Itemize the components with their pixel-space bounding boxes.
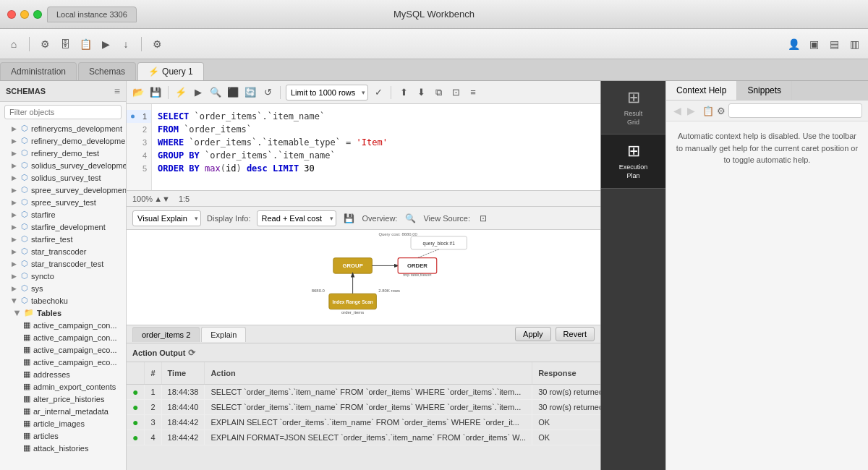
save-icon[interactable]: 💾 [148,85,163,100]
tab-order-items-2[interactable]: order_items 2 [132,327,200,342]
columns-icon[interactable]: ⊡ [448,85,463,100]
query-icon[interactable]: 📋 [77,36,93,52]
svg-text:ORDER: ORDER [407,262,427,269]
minimize-button[interactable] [20,10,29,19]
sidebar-item-starfire-dev[interactable]: ▶ ⬡ starfire_development [0,221,126,233]
close-button[interactable] [7,10,16,19]
filter-input[interactable] [4,105,122,119]
explain-section: Visual Explain Display Info: Read + Eval… [127,207,600,343]
result-grid-tab[interactable]: ⊞ ResultGrid [601,81,665,134]
sidebar-item-active-campaign-1[interactable]: ▦ active_campaign_con... [0,319,126,331]
sidebar-item-starfire[interactable]: ▶ ⬡ starfire [0,208,126,221]
window-controls[interactable] [7,10,42,19]
arrow-icon: ▶ [12,162,17,169]
open-file-icon[interactable]: 📂 [131,85,145,100]
snippets-tab[interactable]: Snippets [737,81,792,100]
stop-icon[interactable]: ⬛ [226,85,240,100]
sidebar-item-star-transcoder-test[interactable]: ▶ ⬡ star_transcoder_test [0,257,126,270]
schema-icon[interactable]: 🗄 [57,36,73,52]
export-icon[interactable]: ⬆ [396,85,411,100]
db-icon: ⬡ [21,271,28,281]
sidebar-item-refinery-demo-dev[interactable]: ▶ ⬡ refinery_demo_development [0,134,126,147]
sidebar-item-syncto[interactable]: ▶ ⬡ syncto [0,270,126,282]
sidebar-item-solidus-survey-dev[interactable]: ▶ ⬡ solidus_survey_developme... [0,159,126,171]
forward-icon[interactable]: ▶ [686,103,697,118]
execute-icon[interactable]: ⚡ [174,85,188,100]
admin-icon[interactable]: ⚙ [37,36,53,52]
explain-mode-wrapper[interactable]: Visual Explain [132,210,201,226]
view3-icon[interactable]: ▥ [846,36,862,52]
sidebar-item-spree-survey-dev[interactable]: ▶ ⬡ spree_survey_development [0,184,126,196]
status-cell: ● [127,385,145,400]
sidebar-item-attack-histories[interactable]: ▦ attack_histories [0,442,126,454]
toolbar-sep-2 [141,37,142,51]
sidebar-item-refinerycms[interactable]: ▶ ⬡ refinerycms_development [0,122,126,134]
explain-mode-select[interactable]: Visual Explain [132,210,201,226]
back-icon[interactable]: ◀ [672,103,683,118]
lightning-icon: ⚡ [148,67,159,77]
arrow-icon: ▶ [12,150,17,157]
execution-plan-tab[interactable]: ⊞ ExecutionPlan [601,134,665,188]
sidebar-item-active-campaign-4[interactable]: ▦ active_campaign_eco... [0,356,126,368]
settings-icon[interactable]: ⚙ [149,36,165,52]
toolbar-sep-1 [29,37,30,51]
help-icon-1[interactable]: 📋 [702,106,714,116]
table-row: ● 4 18:44:42 EXPLAIN FORMAT=JSON SELECT … [127,430,600,445]
refresh-output-icon[interactable]: ⟳ [188,348,195,358]
revert-button[interactable]: Revert [556,327,595,341]
sidebar-item-starfire-test[interactable]: ▶ ⬡ starfire_test [0,233,126,245]
sidebar-item-active-campaign-3[interactable]: ▦ active_campaign_eco... [0,343,126,356]
user-icon[interactable]: 👤 [786,36,801,52]
overview-icon[interactable]: 🔍 [403,211,417,226]
sidebar-item-active-campaign-2[interactable]: ▦ active_campaign_con... [0,331,126,343]
save-explain-icon[interactable]: 💾 [342,211,357,226]
tab-administration[interactable]: Administration [0,62,77,80]
sidebar-item-addresses[interactable]: ▦ addresses [0,368,126,380]
maximize-button[interactable] [33,10,42,19]
sidebar-item-star-transcoder[interactable]: ▶ ⬡ star_transcoder [0,245,126,257]
home-icon[interactable]: ⌂ [6,36,22,52]
apply-button[interactable]: Apply [515,327,551,341]
execute-sel-icon[interactable]: ▶ [191,85,205,100]
toggle-icon[interactable]: 🔄 [243,85,258,100]
sidebar-item-article-images[interactable]: ▦ article_images [0,417,126,430]
view-source-icon[interactable]: ⊡ [476,211,490,226]
import-icon[interactable]: ⬇ [414,85,428,100]
sidebar-item-spree-survey-test[interactable]: ▶ ⬡ spree_survey_test [0,196,126,208]
sidebar-item-solidus-survey-test[interactable]: ▶ ⬡ solidus_survey_test [0,171,126,184]
context-help-tab[interactable]: Context Help [666,81,737,100]
code-editor[interactable]: 1 2 3 4 5 SELECT `order_items`.`item_nam… [127,104,600,191]
refresh-icon[interactable]: ↺ [260,85,275,100]
context-search[interactable] [728,103,862,118]
view1-icon[interactable]: ▣ [806,36,822,52]
limit-wrapper[interactable]: Limit to 1000 rows [286,85,368,101]
help-icon-2[interactable]: ⚙ [717,106,726,116]
run-icon[interactable]: ▶ [98,36,114,52]
sidebar-item-articles[interactable]: ▦ articles [0,430,126,442]
tab-query1[interactable]: ⚡Query 1 [137,62,204,80]
sidebar-options-icon[interactable]: ≡ [114,85,120,97]
import-icon[interactable]: ↓ [118,36,134,52]
more-icon[interactable]: ≡ [466,85,480,100]
tab-explain[interactable]: Explain [201,327,246,342]
db-icon: ⬡ [21,296,28,305]
view2-icon[interactable]: ▤ [826,36,842,52]
sidebar-item-admin-export[interactable]: ▦ admin_export_contents [0,380,126,393]
display-mode-select[interactable]: Read + Eval cost [257,210,336,226]
window-tab[interactable]: Local instance 3306 [47,7,137,22]
code-content[interactable]: SELECT `order_items`.`item_name` FROM `o… [152,104,600,190]
sidebar-item-refinery-demo-test[interactable]: ▶ ⬡ refinery_demo_test [0,147,126,159]
sidebar-item-sys[interactable]: ▶ ⬡ sys [0,282,126,294]
wrap-icon[interactable]: ⧉ [431,85,446,100]
sidebar-item-ar-internal[interactable]: ▦ ar_internal_metadata [0,405,126,417]
confirm-icon[interactable]: ✓ [371,85,386,100]
explain-icon[interactable]: 🔍 [208,85,223,100]
display-mode-wrapper[interactable]: Read + Eval cost [257,210,336,226]
sidebar-section-tables[interactable]: ▶ 📁 Tables [0,307,126,319]
tab-schemas[interactable]: Schemas [78,62,136,80]
sidebar-item-tabechoku[interactable]: ▶ ⬡ tabechoku [0,294,126,307]
table-icon: ▦ [23,333,30,342]
limit-select[interactable]: Limit to 1000 rows [286,85,368,101]
zoom-level[interactable]: 100% ▲▼ [132,195,170,203]
sidebar-item-alter-price[interactable]: ▦ alter_price_histories [0,393,126,405]
